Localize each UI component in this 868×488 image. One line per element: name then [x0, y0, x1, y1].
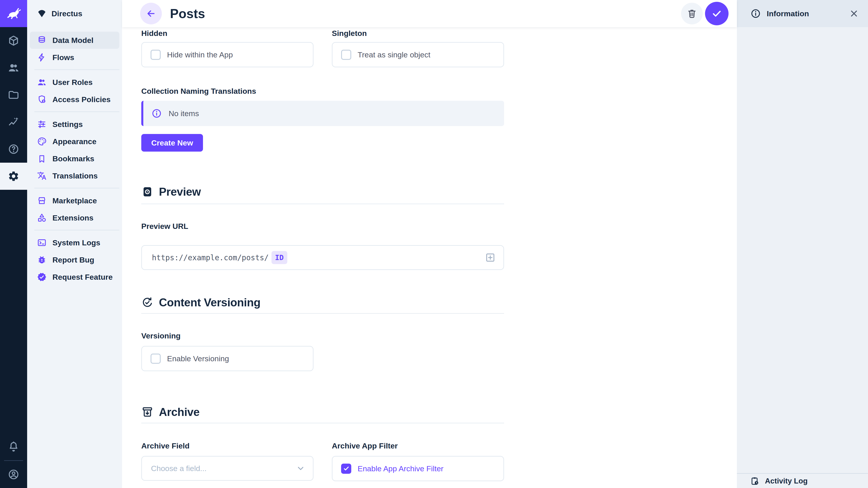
users-icon	[8, 62, 20, 74]
sidebar-item-request-feature[interactable]: Request Feature	[30, 268, 119, 286]
info-panel-header: Information	[737, 0, 868, 27]
versioning-field: Enable Versioning	[141, 346, 313, 371]
module-content[interactable]	[0, 27, 27, 54]
database-icon	[37, 35, 46, 45]
verified-icon	[37, 272, 46, 282]
sidebar-item-bookmarks[interactable]: Bookmarks	[30, 150, 119, 167]
sidebar-item-flows[interactable]: Flows	[30, 49, 119, 66]
section-divider	[141, 423, 504, 423]
bolt-icon	[37, 53, 46, 62]
directus-logo[interactable]	[0, 0, 27, 27]
sidebar-item-access-policies[interactable]: Access Policies	[30, 91, 119, 108]
no-items-text: No items	[168, 109, 199, 118]
bookmark-icon	[37, 154, 46, 163]
preview-url-input[interactable]: https://example.com/posts/ ID	[141, 245, 504, 270]
versioning-section-header: Content Versioning	[141, 296, 504, 309]
notifications-button[interactable]	[0, 433, 27, 460]
trash-icon	[687, 8, 697, 19]
sidebar-item-system-logs[interactable]: System Logs	[30, 234, 119, 251]
enable-versioning-checkbox[interactable]: Enable Versioning	[151, 354, 229, 364]
versioning-label: Versioning	[141, 331, 313, 340]
app-root: Directus Data Model Flows	[0, 0, 868, 488]
check-icon	[711, 8, 722, 19]
archive-field-label: Archive Field	[141, 442, 313, 450]
sidebar-divider	[34, 69, 119, 70]
activity-log-button[interactable]: Activity Log	[737, 473, 868, 488]
close-icon[interactable]	[849, 8, 859, 19]
info-icon	[750, 8, 761, 19]
module-settings[interactable]	[0, 163, 27, 190]
insights-icon	[8, 116, 20, 128]
hidden-field: Hide within the App	[141, 42, 313, 67]
palette-icon	[37, 137, 46, 146]
add-box-icon[interactable]	[485, 252, 496, 263]
terminal-icon	[37, 238, 46, 248]
translate-icon	[37, 171, 46, 181]
activity-log-label: Activity Log	[765, 477, 808, 485]
checkbox-unchecked-icon	[341, 50, 351, 60]
bug-icon	[37, 255, 46, 265]
preview-section-header: Preview	[141, 185, 504, 198]
sidebar-item-user-roles[interactable]: User Roles	[30, 74, 119, 91]
shield-user-icon	[37, 95, 46, 104]
create-new-button[interactable]: Create New	[141, 134, 203, 152]
singleton-field: Treat as single object	[332, 42, 504, 67]
module-users[interactable]	[0, 54, 27, 81]
naming-translations-label: Collection Naming Translations	[141, 87, 504, 96]
archive-field-placeholder: Choose a field...	[151, 464, 207, 473]
back-button[interactable]	[140, 3, 162, 24]
module-files[interactable]	[0, 81, 27, 108]
save-button[interactable]	[705, 2, 728, 25]
chevron-down-icon	[296, 463, 306, 473]
archive-field-select[interactable]: Choose a field...	[141, 456, 313, 481]
module-bar-spacer	[0, 190, 27, 433]
checkbox-checked-icon	[341, 464, 351, 474]
preview-url-label: Preview URL	[141, 222, 504, 231]
delete-button[interactable]	[681, 3, 703, 24]
module-insights[interactable]	[0, 108, 27, 135]
id-chip[interactable]: ID	[272, 251, 287, 264]
content-versioning-icon	[141, 296, 153, 308]
enable-archive-filter-checkbox[interactable]: Enable App Archive Filter	[341, 464, 443, 474]
sidebar-nav: Data Model Flows User Roles	[27, 27, 122, 286]
sidebar-item-data-model[interactable]: Data Model	[30, 32, 119, 49]
help-icon	[8, 143, 20, 155]
info-panel-body	[737, 27, 868, 473]
no-items-notice: No items	[141, 101, 504, 126]
sidebar-item-appearance[interactable]: Appearance	[30, 133, 119, 150]
info-icon	[151, 108, 162, 119]
user-avatar-button[interactable]	[0, 461, 27, 488]
archive-icon	[141, 406, 153, 418]
hidden-checkbox[interactable]: Hide within the App	[151, 50, 233, 60]
sidebar-item-settings[interactable]: Settings	[30, 116, 119, 133]
settings-form: Hidden Singleton Hide within the App Tre…	[141, 27, 504, 488]
section-divider	[141, 313, 504, 314]
page-title: Posts	[170, 6, 205, 21]
module-bar	[0, 0, 27, 488]
singleton-label: Singleton	[332, 29, 504, 38]
account-circle-icon	[8, 468, 20, 480]
sidebar-item-extensions[interactable]: Extensions	[30, 209, 119, 226]
sidebar-item-report-bug[interactable]: Report Bug	[30, 251, 119, 268]
info-panel-title: Information	[767, 9, 843, 18]
activity-log-icon	[750, 476, 760, 486]
shapes-icon	[37, 213, 46, 223]
sidebar-divider	[34, 188, 119, 188]
box-icon	[8, 35, 20, 46]
module-help[interactable]	[0, 135, 27, 163]
archive-app-filter-field: Enable App Archive Filter	[332, 456, 504, 481]
sidebar-item-translations[interactable]: Translations	[30, 167, 119, 184]
hidden-label: Hidden	[141, 29, 313, 38]
bell-icon	[8, 441, 20, 453]
checkbox-unchecked-icon	[151, 50, 161, 60]
storefront-icon	[37, 196, 46, 205]
page-header: Posts	[122, 0, 737, 27]
sidebar-item-marketplace[interactable]: Marketplace	[30, 192, 119, 209]
section-divider	[141, 203, 504, 204]
rabbit-logo-icon	[6, 6, 22, 22]
sidebar-divider	[34, 111, 119, 112]
project-header[interactable]: Directus	[27, 0, 122, 27]
project-title: Directus	[52, 9, 82, 18]
singleton-checkbox[interactable]: Treat as single object	[341, 50, 430, 60]
preview-url-value: https://example.com/posts/	[152, 253, 269, 262]
